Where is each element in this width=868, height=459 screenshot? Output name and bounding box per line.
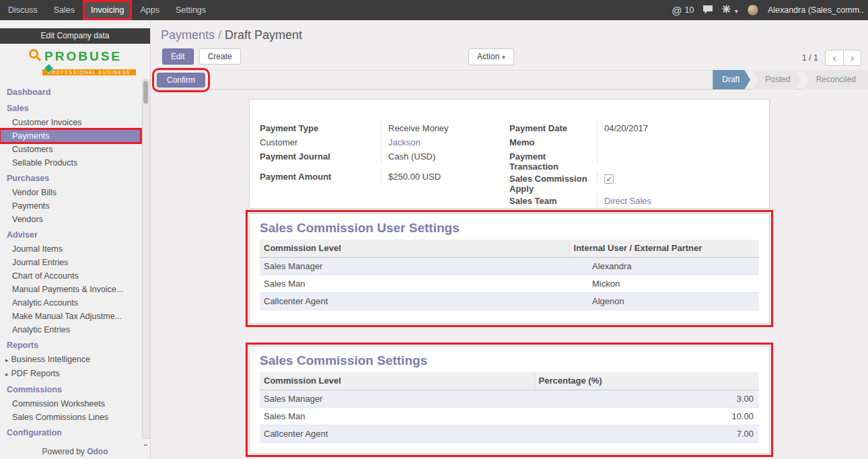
main-content: Payments/Draft Payment Edit Create Actio…	[151, 20, 868, 459]
sidebar-item-customers[interactable]: Customers	[0, 143, 141, 156]
cell-commission-level[interactable]: Sales Manager	[260, 257, 569, 275]
cell-user[interactable]: Algenon	[569, 292, 759, 310]
sidebar-section-sales[interactable]: Sales	[0, 100, 150, 116]
payment-type-value[interactable]: Receive Money	[381, 121, 509, 135]
expand-arrow-icon: ▸	[5, 357, 9, 363]
table-row[interactable]: Callcenter Agent 7.00	[260, 425, 759, 442]
payment-amount-value[interactable]: $250.00 USD	[381, 170, 509, 184]
cell-user[interactable]: Alexandra	[569, 257, 759, 275]
sidebar-item-payments[interactable]: Payments	[0, 129, 141, 143]
messages-icon[interactable]	[702, 5, 713, 16]
column-header-commission-level[interactable]: Commission Level	[260, 240, 569, 257]
create-button[interactable]: Create	[199, 48, 241, 65]
sidebar-item-dashboard[interactable]: Dashboard	[0, 83, 150, 100]
status-posted[interactable]: Posted	[752, 70, 801, 90]
sidebar-item-business-intelligence[interactable]: ▸Business Intelligence	[0, 353, 141, 367]
table-row[interactable]: Sales Manager 3.00	[260, 390, 759, 407]
sidebar-item-sellable-products[interactable]: Sellable Products	[0, 156, 141, 170]
odoo-link[interactable]: Odoo	[87, 447, 108, 456]
menu-settings[interactable]: Settings	[168, 0, 214, 20]
user-avatar[interactable]	[747, 4, 759, 16]
breadcrumb-payments-link[interactable]: Payments	[161, 28, 215, 42]
activities-counter[interactable]: @ 10	[672, 5, 694, 16]
sidebar-nav: Dashboard Sales Customer Invoices Paymen…	[0, 83, 150, 440]
sidebar-section-commissions[interactable]: Commissions	[0, 381, 150, 397]
top-navbar: Discuss Sales Invoicing Apps Settings @ …	[0, 0, 868, 20]
sidebar-item-purchase-payments[interactable]: Payments	[0, 199, 141, 213]
chevron-down-icon: ▾	[735, 7, 738, 15]
sidebar-scrollbar[interactable]: ▼	[142, 79, 149, 439]
sidebar-section-adviser[interactable]: Adviser	[0, 226, 150, 242]
sidebar-item-make-manual-tax-adjustment[interactable]: Make Manual Tax Adjustme...	[0, 310, 141, 323]
sales-team-link[interactable]: Direct Sales	[604, 196, 651, 206]
sidebar-section-configuration[interactable]: Configuration	[0, 424, 150, 440]
cell-commission-level[interactable]: Sales Man	[260, 407, 534, 425]
field-label: Payment Date	[509, 121, 597, 133]
sidebar-item-vendors[interactable]: Vendors	[0, 213, 141, 226]
column-header-percentage[interactable]: Percentage (%)	[534, 372, 759, 390]
memo-value[interactable]	[597, 135, 759, 149]
scrollbar-thumb[interactable]	[143, 81, 148, 104]
action-dropdown[interactable]: Action▾	[468, 48, 514, 65]
pager-counter: 1 / 1	[802, 53, 818, 63]
sidebar-item-chart-of-accounts[interactable]: Chart of Accounts	[0, 269, 141, 283]
pager-previous-button[interactable]: ‹	[825, 50, 843, 66]
payment-transaction-value[interactable]	[597, 149, 759, 164]
activities-count: 10	[684, 5, 694, 15]
edit-button[interactable]: Edit	[162, 48, 194, 65]
sidebar-section-reports[interactable]: Reports	[0, 337, 150, 353]
form-statusbar-header: Confirm Draft Posted Reconciled	[151, 70, 868, 90]
cell-commission-level[interactable]: Sales Man	[260, 275, 569, 292]
table-row[interactable]: Sales Man Mickon	[260, 275, 759, 292]
menu-discuss[interactable]: Discuss	[0, 0, 46, 20]
odoo-app-window: Discuss Sales Invoicing Apps Settings @ …	[0, 0, 868, 459]
payment-date-value[interactable]: 04/20/2017	[597, 121, 759, 135]
column-header-commission-level[interactable]: Commission Level	[260, 372, 534, 390]
sidebar-item-analytic-entries[interactable]: Analytic Entries	[0, 323, 141, 337]
table-row[interactable]: Sales Man 10.00	[260, 407, 759, 425]
cell-percentage[interactable]: 10.00	[534, 407, 759, 425]
sidebar-item-sales-commissions-lines[interactable]: Sales Commissions Lines	[0, 411, 141, 424]
sidebar: Edit Company data PROBUSE PROFESSIONAL B…	[0, 20, 151, 459]
sidebar-section-purchases[interactable]: Purchases	[0, 170, 150, 186]
field-sales-team: Sales Team Direct Sales	[509, 194, 759, 208]
sales-commission-apply-checkbox[interactable]: ✓	[604, 174, 614, 184]
debug-menu[interactable]: ▾	[722, 5, 738, 15]
cell-percentage[interactable]: 7.00	[534, 425, 759, 442]
sidebar-item-vendor-bills[interactable]: Vendor Bills	[0, 186, 141, 199]
table-row[interactable]: Callcenter Agent Algenon	[260, 292, 759, 310]
sidebar-item-journal-entries[interactable]: Journal Entries	[0, 256, 141, 269]
field-label: Payment Journal	[260, 149, 381, 162]
cell-commission-level[interactable]: Callcenter Agent	[260, 425, 534, 442]
field-label: Sales Team	[509, 194, 597, 206]
status-reconciled[interactable]: Reconciled	[803, 70, 868, 90]
menu-apps[interactable]: Apps	[132, 0, 168, 20]
sidebar-item-pdf-reports[interactable]: ▸PDF Reports	[0, 367, 141, 381]
payment-journal-value[interactable]: Cash (USD)	[381, 149, 509, 164]
sidebar-item-manual-payments-invoice[interactable]: Manual Payments & Invoice...	[0, 283, 141, 296]
edit-company-data-button[interactable]: Edit Company data	[0, 28, 150, 44]
magnifier-icon	[28, 48, 42, 65]
sales-commission-user-settings-section: Sales Commission User Settings Commissio…	[249, 213, 770, 324]
confirm-button[interactable]: Confirm	[157, 73, 205, 87]
cell-user[interactable]: Mickon	[569, 275, 759, 292]
sidebar-item-commission-worksheets[interactable]: Commission Worksheets	[0, 397, 141, 411]
menu-invoicing[interactable]: Invoicing	[83, 0, 132, 20]
cell-commission-level[interactable]: Callcenter Agent	[260, 292, 569, 310]
customer-link[interactable]: Jackson	[388, 137, 421, 147]
field-label: Payment Transaction	[509, 149, 597, 172]
company-logo: PROBUSE PROFESSIONAL BUSINESS	[0, 44, 150, 79]
sidebar-item-analytic-accounts[interactable]: Analytic Accounts	[0, 296, 141, 310]
field-label: Memo	[509, 135, 597, 147]
user-menu[interactable]: Alexandra (Sales_comm..	[768, 5, 864, 15]
column-header-internal-user[interactable]: Internal User / External Partner	[569, 240, 759, 257]
table-row[interactable]: Sales Manager Alexandra	[260, 257, 759, 275]
expand-arrow-icon: ▸	[5, 371, 9, 378]
sidebar-item-customer-invoices[interactable]: Customer Invoices	[0, 116, 141, 129]
cell-percentage[interactable]: 3.00	[534, 390, 759, 407]
pager-next-button[interactable]: ›	[843, 50, 861, 66]
sidebar-item-journal-items[interactable]: Journal Items	[0, 242, 141, 256]
cell-commission-level[interactable]: Sales Manager	[260, 390, 534, 407]
menu-sales[interactable]: Sales	[46, 0, 83, 20]
status-draft[interactable]: Draft	[713, 70, 750, 90]
